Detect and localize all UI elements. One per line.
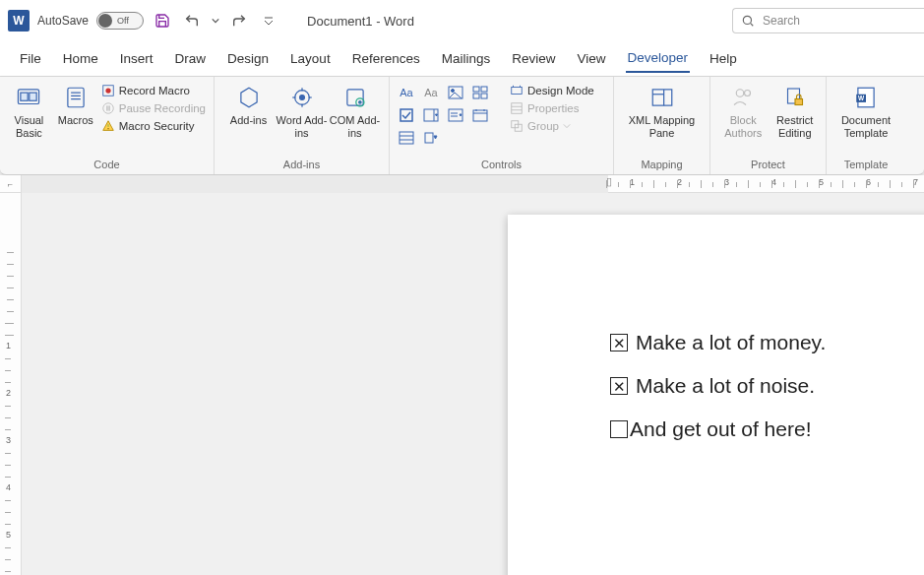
- document-body[interactable]: ✕ Make a lot of money. ✕ Make a lot of n…: [610, 321, 826, 451]
- search-box[interactable]: Search: [732, 8, 924, 33]
- tab-developer[interactable]: Developer: [626, 44, 691, 73]
- design-mode-icon: [510, 84, 524, 97]
- checklist-item[interactable]: ✕ Make a lot of noise.: [610, 364, 826, 408]
- svg-rect-14: [108, 105, 109, 110]
- svg-point-19: [299, 96, 304, 100]
- richtext-control-icon[interactable]: Aa: [396, 83, 417, 102]
- svg-rect-13: [106, 105, 107, 110]
- svg-rect-6: [68, 88, 84, 107]
- macros-button[interactable]: Macros: [56, 81, 95, 127]
- svg-rect-39: [473, 110, 487, 121]
- svg-point-12: [103, 103, 114, 114]
- controls-gallery: Aa Aa: [396, 81, 491, 148]
- checkbox-checked-icon[interactable]: ✕: [610, 334, 628, 351]
- autosave-toggle[interactable]: Off: [96, 12, 144, 30]
- legacy-tools-icon[interactable]: [420, 128, 442, 148]
- svg-rect-59: [795, 99, 803, 105]
- word-addins-button[interactable]: Word Add-ins: [276, 81, 329, 140]
- search-icon: [741, 14, 755, 28]
- undo-dropdown-icon[interactable]: [211, 10, 220, 32]
- svg-rect-30: [481, 87, 487, 92]
- checklist-item[interactable]: ✕ Make a lot of money.: [610, 321, 826, 364]
- svg-rect-46: [425, 133, 433, 143]
- editing-area: ⌐ ▯ 1234567 123456 ✕ Make a lot of money…: [0, 175, 924, 575]
- checklist-text: Make a lot of noise.: [636, 364, 815, 408]
- ribbon-tabs: File Home Insert Draw Design Layout Refe…: [0, 41, 924, 77]
- horizontal-ruler[interactable]: ▯ 1234567: [22, 175, 924, 193]
- group-template: W Document Template Template: [827, 77, 905, 174]
- plaintext-control-icon[interactable]: Aa: [420, 83, 442, 102]
- autosave-label: AutoSave: [37, 14, 89, 28]
- svg-point-26: [358, 101, 360, 103]
- svg-point-11: [105, 88, 110, 93]
- group-button: Group: [508, 118, 596, 134]
- visual-basic-button[interactable]: Visual Basic: [6, 81, 52, 140]
- dropdown-control-icon[interactable]: [445, 105, 466, 125]
- group-code: Visual Basic Macros Record Macro Pause R…: [0, 77, 215, 174]
- checklist-text: Make a lot of money.: [636, 321, 826, 364]
- chevron-down-icon: [563, 122, 571, 130]
- vertical-ruler[interactable]: 123456: [0, 193, 22, 575]
- document-template-button[interactable]: W Document Template: [833, 81, 898, 140]
- repeating-control-icon[interactable]: [396, 128, 417, 148]
- svg-point-16: [107, 128, 108, 129]
- record-macro-icon: [101, 84, 115, 97]
- xml-mapping-button[interactable]: XML Mapping Pane: [621, 81, 704, 140]
- svg-rect-33: [400, 109, 412, 121]
- svg-text:W: W: [858, 95, 865, 101]
- svg-rect-32: [481, 94, 487, 98]
- tab-help[interactable]: Help: [708, 45, 739, 72]
- pause-icon: [101, 101, 115, 115]
- tab-insert[interactable]: Insert: [118, 45, 155, 72]
- svg-rect-4: [21, 93, 28, 100]
- checklist-text: And get out of here!: [630, 408, 811, 451]
- macro-security-button[interactable]: Macro Security: [99, 118, 208, 134]
- tab-design[interactable]: Design: [225, 45, 271, 72]
- tab-mailings[interactable]: Mailings: [440, 45, 493, 72]
- document-title: Document1 - Word: [307, 14, 414, 29]
- checklist-item[interactable]: And get out of here!: [610, 408, 826, 451]
- svg-rect-53: [652, 90, 672, 105]
- svg-rect-43: [400, 132, 413, 144]
- checkbox-checked-icon[interactable]: ✕: [610, 377, 628, 395]
- tab-home[interactable]: Home: [61, 45, 100, 72]
- com-addins-button[interactable]: COM Add-ins: [329, 81, 382, 140]
- tab-layout[interactable]: Layout: [288, 45, 333, 72]
- svg-point-57: [745, 91, 751, 96]
- block-authors-button: Block Authors: [716, 81, 770, 140]
- ribbon: Visual Basic Macros Record Macro Pause R…: [0, 77, 924, 175]
- group-mapping: XML Mapping Pane Mapping: [614, 77, 710, 174]
- properties-icon: [510, 101, 524, 115]
- datepicker-control-icon[interactable]: [469, 105, 491, 125]
- svg-rect-5: [30, 93, 36, 100]
- combobox-control-icon[interactable]: [420, 105, 442, 125]
- properties-button: Properties: [508, 100, 596, 116]
- addins-button[interactable]: Add-ins: [222, 81, 276, 127]
- checkbox-unchecked-icon[interactable]: [610, 420, 628, 438]
- word-logo-icon: W: [8, 10, 30, 32]
- qat-customize-icon[interactable]: [258, 10, 279, 32]
- svg-rect-47: [512, 88, 523, 95]
- redo-icon[interactable]: [228, 10, 250, 32]
- warning-icon: [101, 119, 115, 133]
- restrict-editing-button[interactable]: Restrict Editing: [770, 81, 820, 140]
- svg-marker-17: [240, 88, 256, 107]
- tab-review[interactable]: Review: [510, 45, 557, 72]
- ruler-corner: ⌐: [0, 175, 22, 193]
- svg-rect-31: [473, 94, 479, 98]
- group-addins: Add-ins Word Add-ins COM Add-ins Add-ins: [215, 77, 390, 174]
- undo-icon[interactable]: [181, 10, 203, 32]
- title-bar: W AutoSave Off Document1 - Word Search: [0, 0, 924, 41]
- tab-view[interactable]: View: [575, 45, 607, 72]
- tab-file[interactable]: File: [18, 45, 43, 72]
- document-page[interactable]: ✕ Make a lot of money. ✕ Make a lot of n…: [508, 215, 924, 575]
- save-icon[interactable]: [152, 10, 173, 32]
- checkbox-control-icon[interactable]: [396, 105, 417, 125]
- record-macro-button[interactable]: Record Macro: [99, 83, 208, 98]
- tab-draw[interactable]: Draw: [173, 45, 209, 72]
- tab-references[interactable]: References: [350, 45, 422, 72]
- picture-control-icon[interactable]: [445, 83, 466, 102]
- svg-rect-48: [512, 103, 523, 114]
- buildingblock-control-icon[interactable]: [469, 83, 491, 102]
- design-mode-button[interactable]: Design Mode: [508, 83, 596, 98]
